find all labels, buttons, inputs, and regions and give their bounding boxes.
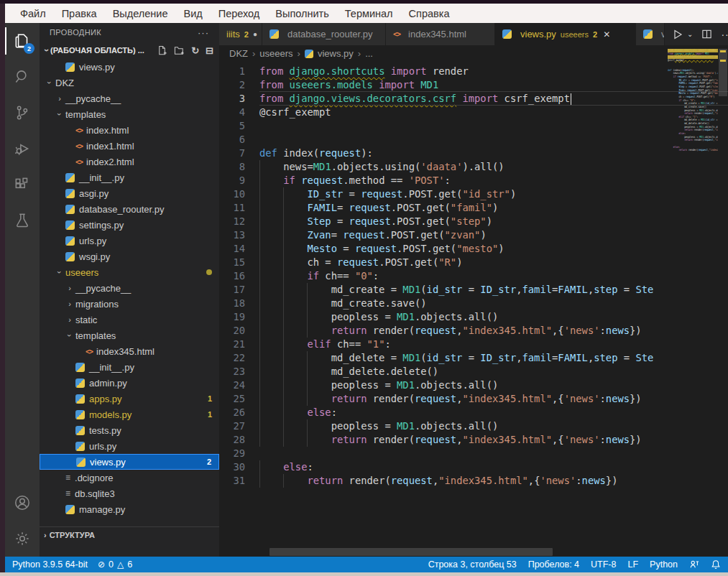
tree-item-db-sqlite3[interactable]: ≡db.sqlite3 xyxy=(40,486,219,501)
cursor-position[interactable]: Строка 3, столбец 53 xyxy=(428,559,517,570)
tree-item-urls-py[interactable]: urls.py xyxy=(40,438,219,454)
explorer-more-actions-icon[interactable]: ··· xyxy=(198,27,209,38)
tree-item-tests-py[interactable]: tests.py xyxy=(40,422,219,438)
menu-item-6[interactable]: Выполнить xyxy=(269,6,335,21)
workspace-section-header[interactable]: › (РАБОЧАЯ ОБЛАСТЬ) ... ↻ ⊟ xyxy=(40,42,219,59)
split-editor-icon[interactable] xyxy=(701,29,712,40)
editor-more-actions-icon[interactable]: ··· xyxy=(721,29,728,40)
line-number: 6 xyxy=(219,133,259,147)
menu-item-7[interactable]: Терминал xyxy=(338,6,400,21)
tree-item--pycache-[interactable]: ›__pycache__ xyxy=(40,280,219,296)
tree-item-models-py[interactable]: models.py1 xyxy=(40,407,219,422)
breadcrumb-item[interactable]: views.py xyxy=(318,48,354,59)
account-icon[interactable] xyxy=(5,485,40,521)
search-icon[interactable] xyxy=(5,59,40,95)
close-icon[interactable]: ✕ xyxy=(603,29,610,40)
vertical-scrollbar[interactable] xyxy=(718,46,728,557)
code-token: FAMIL xyxy=(558,284,588,295)
tree-item-views-py[interactable]: views.py xyxy=(40,59,219,75)
code-token: news xyxy=(606,434,630,445)
code-line-content: if request.method == 'POST': xyxy=(259,174,451,187)
tree-item-admin-py[interactable]: admin.py xyxy=(40,375,219,391)
encoding-setting[interactable]: UTF-8 xyxy=(591,559,616,570)
menu-item-2[interactable]: Правка xyxy=(55,6,103,21)
breadcrumb[interactable]: DKZ›useeers›views.py›... xyxy=(219,45,728,62)
new-folder-icon[interactable] xyxy=(174,45,185,56)
line-number: 25 xyxy=(219,392,259,406)
tree-item-apps-py[interactable]: apps.py1 xyxy=(40,391,219,407)
tree-item-dkz[interactable]: ›DKZ xyxy=(40,75,219,90)
code-line-content: news=MD1.objects.using('daata').all() xyxy=(259,160,504,174)
tree-item-manage-py[interactable]: manage.py xyxy=(40,501,219,517)
code-token: csrf_exempt xyxy=(504,93,570,104)
tree-item-templates[interactable]: ›templates xyxy=(40,328,219,343)
tree-item--init-py[interactable]: __init__.py xyxy=(40,169,219,185)
breadcrumb-item[interactable]: ... xyxy=(365,48,373,59)
tab-iiits[interactable]: iiits2● xyxy=(219,23,262,45)
tab-index345-html[interactable]: <>index345.html xyxy=(386,23,495,45)
code-token: 'news' xyxy=(564,434,600,445)
menu-item-5[interactable]: Переход xyxy=(212,6,267,21)
menu-item-1[interactable]: Файл xyxy=(14,6,52,21)
tab-database-roouter-py[interactable]: database_roouter.py xyxy=(262,23,386,45)
tree-item-templates[interactable]: ›templates xyxy=(40,106,219,122)
tree-item-index345-html[interactable]: <>index345.html xyxy=(40,343,219,359)
indentation-setting[interactable]: Пробелов: 4 xyxy=(528,559,579,570)
source-control-icon[interactable] xyxy=(5,95,40,131)
extensions-icon[interactable] xyxy=(5,167,40,203)
tree-item-migrations[interactable]: ›migrations xyxy=(40,296,219,312)
breadcrumb-item[interactable]: DKZ xyxy=(229,48,248,59)
indent-guide xyxy=(307,283,331,297)
tree-item-wsgi-py[interactable]: wsgi.py xyxy=(40,248,219,264)
horizontal-scrollbar[interactable] xyxy=(269,548,553,556)
code-line-24: 24peopless = MD1.objects.all() xyxy=(219,378,728,392)
tree-item-index2-html[interactable]: <>index2.html xyxy=(40,154,219,169)
run-debug-icon[interactable] xyxy=(5,131,40,167)
explorer-icon[interactable]: 2 xyxy=(5,23,40,59)
python-interpreter[interactable]: Python 3.9.5 64-bit xyxy=(12,559,88,570)
tree-item-useeers[interactable]: ›useeers xyxy=(40,264,219,280)
menu-item-3[interactable]: Выделение xyxy=(106,6,175,21)
code-editor[interactable]: 1from django.shortcuts import render2fro… xyxy=(219,62,728,525)
settings-gear-icon[interactable] xyxy=(5,521,40,557)
code-token: md_create.save() xyxy=(331,297,427,309)
refresh-icon[interactable]: ↻ xyxy=(191,46,199,55)
tab-views-py[interactable]: views.pyuseeers2✕ xyxy=(495,23,636,45)
menu-item-4[interactable]: Вид xyxy=(177,6,208,21)
notifications-bell-icon[interactable] xyxy=(711,559,721,570)
outline-section[interactable]: › СТРУКТУРА xyxy=(40,526,219,542)
minimap[interactable]: from django.shortcuts import renderfrom … xyxy=(668,49,718,192)
scrollbar-thumb[interactable] xyxy=(719,49,727,96)
indent-guide xyxy=(283,269,307,283)
tree-item--init-py[interactable]: __init__.py xyxy=(40,359,219,375)
code-line-19: 19peopless = MD1.objects.all() xyxy=(219,310,728,324)
breadcrumb-item[interactable]: useeers xyxy=(259,48,292,59)
collapse-all-icon[interactable]: ⊟ xyxy=(206,46,213,55)
menu-item-8[interactable]: Справка xyxy=(402,6,456,21)
tree-item-database-roouter-py[interactable]: database_roouter.py xyxy=(40,201,219,217)
tree-item-static[interactable]: ›static xyxy=(40,312,219,328)
python-file-icon xyxy=(75,378,85,388)
feedback-icon[interactable] xyxy=(689,559,699,570)
tree-item-views-py[interactable]: views.py2 xyxy=(40,454,219,470)
tree-item-urls-py[interactable]: urls.py xyxy=(40,233,219,248)
tree-item-asgi-py[interactable]: asgi.py xyxy=(40,185,219,201)
code-line-content: if ch== "0": xyxy=(259,269,379,283)
run-file-icon[interactable] xyxy=(672,29,683,40)
html-file-icon: <> xyxy=(75,126,83,134)
eol-setting[interactable]: LF xyxy=(627,559,638,570)
problems-indicator[interactable]: ⊘0 △6 xyxy=(98,559,132,570)
language-mode[interactable]: Python xyxy=(650,559,678,570)
tree-item-index1-html[interactable]: <>index1.html xyxy=(40,138,219,154)
testing-icon[interactable] xyxy=(5,203,40,238)
tree-item--pycache-[interactable]: ›__pycache__ xyxy=(40,90,219,106)
tree-item-settings-py[interactable]: settings.py xyxy=(40,217,219,233)
tab-vie[interactable]: vie xyxy=(636,23,665,45)
run-dropdown-chevron-icon[interactable]: ⌄ xyxy=(687,30,693,38)
tree-item-index-html[interactable]: <>index.html xyxy=(40,122,219,138)
code-token: famil xyxy=(522,352,553,363)
tree-item--dcignore[interactable]: ≡.dcignore xyxy=(40,470,219,486)
code-token: id_str xyxy=(427,352,463,363)
new-file-icon[interactable] xyxy=(157,45,167,56)
text-cursor xyxy=(571,93,572,105)
